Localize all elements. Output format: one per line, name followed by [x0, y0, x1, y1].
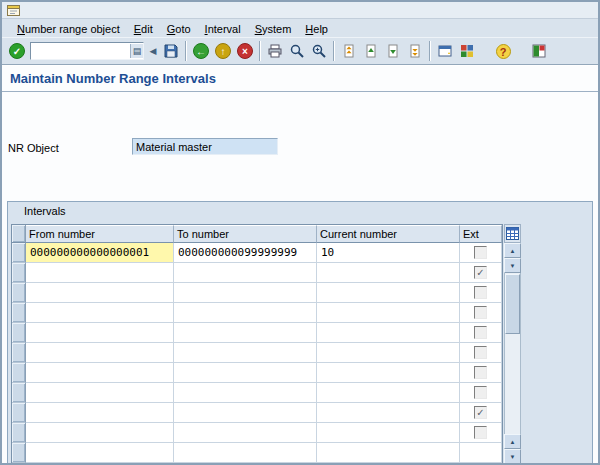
cell-current-number[interactable]	[317, 423, 460, 443]
table-row	[12, 343, 502, 363]
command-dropdown-icon[interactable]: ▤	[130, 44, 143, 58]
cell-current-number[interactable]	[317, 383, 460, 403]
cell-to-number[interactable]	[174, 263, 317, 283]
cell-current-number[interactable]	[317, 323, 460, 343]
ext-checkbox[interactable]: ✓	[474, 266, 487, 279]
scrollbar-thumb[interactable]	[505, 274, 520, 334]
menu-interval[interactable]: Interval	[198, 21, 248, 37]
page-first-icon	[341, 43, 357, 59]
row-selector[interactable]	[12, 363, 26, 383]
nr-object-field[interactable]: Material master	[132, 138, 278, 155]
cell-to-number[interactable]	[174, 343, 317, 363]
cell-from-number[interactable]	[26, 263, 174, 283]
cell-from-number[interactable]: 000000000000000001	[26, 243, 174, 263]
row-selector[interactable]	[12, 443, 26, 463]
system-menu-icon[interactable]	[7, 4, 21, 17]
cell-current-number[interactable]	[317, 403, 460, 423]
ext-checkbox[interactable]	[474, 306, 487, 319]
print-button[interactable]	[264, 40, 286, 62]
cell-to-number[interactable]	[174, 283, 317, 303]
cell-to-number[interactable]	[174, 303, 317, 323]
cell-current-number[interactable]	[317, 303, 460, 323]
cell-current-number[interactable]: 10	[317, 243, 460, 263]
table-row: ✓	[12, 263, 502, 283]
window-icon	[437, 43, 453, 59]
row-selector[interactable]	[12, 243, 26, 263]
cell-from-number[interactable]	[26, 303, 174, 323]
column-header-to-number[interactable]: To number	[174, 225, 317, 243]
row-selector[interactable]	[12, 303, 26, 323]
exit-button[interactable]: ↑	[212, 40, 234, 62]
enter-button[interactable]: ✓	[6, 40, 28, 62]
table-row	[12, 323, 502, 343]
cell-ext	[460, 303, 502, 323]
cell-from-number[interactable]	[26, 443, 174, 463]
ext-checkbox[interactable]	[474, 286, 487, 299]
cell-from-number[interactable]	[26, 323, 174, 343]
page-up-button[interactable]	[360, 40, 382, 62]
cell-to-number[interactable]	[174, 403, 317, 423]
ext-checkbox[interactable]	[474, 246, 487, 259]
scrollbar-track[interactable]	[504, 273, 521, 434]
select-all-cell[interactable]	[12, 225, 26, 243]
column-header-current-number[interactable]: Current number	[317, 225, 460, 243]
ext-checkbox[interactable]	[474, 426, 487, 439]
cell-to-number[interactable]	[174, 383, 317, 403]
row-selector[interactable]	[12, 403, 26, 423]
save-button[interactable]	[160, 40, 182, 62]
cell-current-number[interactable]	[317, 363, 460, 383]
row-selector[interactable]	[12, 423, 26, 443]
first-page-button[interactable]	[338, 40, 360, 62]
new-session-button[interactable]	[434, 40, 456, 62]
scroll-up-button[interactable]: ▲	[504, 243, 521, 258]
cell-from-number[interactable]	[26, 363, 174, 383]
menu-goto[interactable]: Goto	[160, 21, 198, 37]
cell-from-number[interactable]	[26, 403, 174, 423]
scroll-down-button-bottom[interactable]: ▼	[504, 449, 521, 464]
menu-edit[interactable]: Edit	[127, 21, 160, 37]
find-next-button[interactable]	[308, 40, 330, 62]
cell-to-number[interactable]	[174, 323, 317, 343]
column-header-from-number[interactable]: From number	[26, 225, 174, 243]
menu-help[interactable]: Help	[298, 21, 335, 37]
ext-checkbox[interactable]	[474, 366, 487, 379]
cell-from-number[interactable]	[26, 343, 174, 363]
row-selector[interactable]	[12, 263, 26, 283]
row-selector[interactable]	[12, 343, 26, 363]
cell-from-number[interactable]	[26, 423, 174, 443]
cell-current-number[interactable]	[317, 443, 460, 463]
scroll-down-button[interactable]: ▼	[504, 258, 521, 273]
row-selector[interactable]	[12, 383, 26, 403]
menu-system[interactable]: System	[248, 21, 299, 37]
help-button[interactable]: ?	[492, 40, 514, 62]
cell-current-number[interactable]	[317, 343, 460, 363]
find-button[interactable]	[286, 40, 308, 62]
ext-checkbox[interactable]: ✓	[474, 406, 487, 419]
cell-to-number[interactable]	[174, 443, 317, 463]
scroll-up-button-bottom[interactable]: ▲	[504, 434, 521, 449]
cell-from-number[interactable]	[26, 383, 174, 403]
row-selector[interactable]	[12, 283, 26, 303]
menu-number-range-object[interactable]: Number range object	[10, 21, 127, 37]
cell-current-number[interactable]	[317, 283, 460, 303]
last-page-button[interactable]	[404, 40, 426, 62]
table-settings-button[interactable]	[504, 224, 521, 243]
page-header: Maintain Number Range Intervals	[2, 66, 598, 92]
cell-to-number[interactable]	[174, 423, 317, 443]
back-button[interactable]: ←	[190, 40, 212, 62]
cell-to-number[interactable]: 000000000099999999	[174, 243, 317, 263]
command-input[interactable]	[31, 44, 130, 58]
cell-to-number[interactable]	[174, 363, 317, 383]
cell-from-number[interactable]	[26, 283, 174, 303]
create-shortcut-button[interactable]	[456, 40, 478, 62]
cancel-button[interactable]: ×	[234, 40, 256, 62]
collapse-command-button[interactable]: ◀	[146, 40, 160, 62]
ext-checkbox[interactable]	[474, 346, 487, 359]
page-down-button[interactable]	[382, 40, 404, 62]
column-header-ext[interactable]: Ext	[460, 225, 502, 243]
row-selector[interactable]	[12, 323, 26, 343]
ext-checkbox[interactable]	[474, 386, 487, 399]
customize-layout-button[interactable]	[528, 40, 550, 62]
ext-checkbox[interactable]	[474, 326, 487, 339]
cell-current-number[interactable]	[317, 263, 460, 283]
